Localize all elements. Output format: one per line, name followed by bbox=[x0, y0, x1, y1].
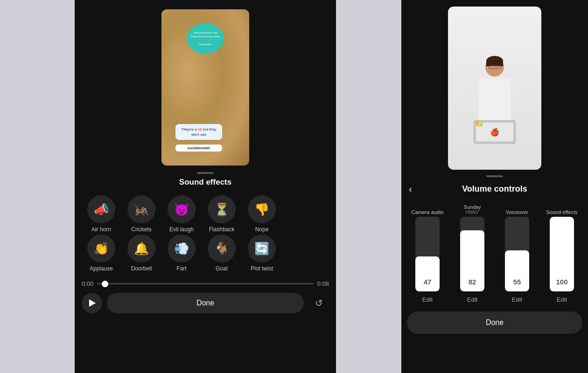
person-figure: 🍎 bbox=[467, 58, 523, 160]
timeline-progress[interactable] bbox=[97, 283, 313, 284]
laptop-sticker bbox=[476, 122, 483, 126]
goat-label: Goat bbox=[216, 265, 228, 272]
effect-evil-laugh[interactable]: 😈 Evil laugh bbox=[164, 195, 199, 233]
effects-row-1: 📣 Air horn 🦗 Crickets 😈 Evil laugh ⏳ Fla… bbox=[84, 195, 327, 233]
effect-flashback[interactable]: ⏳ Flashback bbox=[204, 195, 239, 233]
play-button[interactable] bbox=[82, 293, 102, 313]
sunday-sublabel: HNNY bbox=[466, 210, 479, 215]
volume-col-sound-effects: Sound effects 100 Edit bbox=[541, 202, 582, 303]
doorbell-circle[interactable]: 🔔 bbox=[127, 235, 155, 262]
voiceover-slider-container[interactable]: 55 bbox=[501, 217, 533, 291]
right-video-preview: 🍎 bbox=[448, 7, 541, 170]
left-panel: Analyzing each day keeps the worries awa… bbox=[75, 0, 336, 373]
camera-value: 47 bbox=[415, 278, 440, 286]
timeline-start: 0:00 bbox=[82, 280, 93, 287]
voiceover-track[interactable]: 55 bbox=[505, 217, 529, 291]
effects-row-2: 👏 Applause 🔔 Doorbell 💨 Fart 🐐 Goat 🔄 Pl… bbox=[84, 235, 327, 272]
sound-effects-label: Sound effects bbox=[546, 202, 577, 215]
effect-goat[interactable]: 🐐 Goat bbox=[204, 235, 239, 272]
person-body bbox=[478, 78, 511, 120]
sound-effects-value: 100 bbox=[550, 278, 574, 286]
applause-circle[interactable]: 👏 bbox=[87, 235, 115, 262]
sound-effects-slider-container[interactable]: 100 bbox=[546, 217, 578, 291]
camera-track[interactable]: 47 bbox=[415, 217, 440, 291]
voiceover-edit-button[interactable]: Edit bbox=[512, 296, 522, 303]
flashback-circle[interactable]: ⏳ bbox=[208, 195, 236, 223]
reset-button[interactable]: ↺ bbox=[308, 293, 329, 313]
bottom-controls: Done ↺ bbox=[82, 293, 329, 313]
timeline-scrubber[interactable] bbox=[102, 281, 108, 287]
nope-label: Nope bbox=[255, 226, 269, 233]
volume-col-voiceover: Voiceover 55 Edit bbox=[497, 202, 538, 303]
evil-laugh-label: Evil laugh bbox=[169, 226, 194, 233]
person-head bbox=[485, 58, 504, 76]
voiceover-label: Voiceover bbox=[506, 202, 528, 215]
sound-effects-edit-button[interactable]: Edit bbox=[557, 296, 567, 303]
sound-effects-fill: 100 bbox=[550, 217, 574, 291]
sound-effects-title: Sound effects bbox=[179, 178, 231, 187]
crickets-circle[interactable]: 🦗 bbox=[127, 195, 155, 223]
play-icon bbox=[89, 299, 96, 307]
effect-nope[interactable]: 👎 Nope bbox=[245, 195, 279, 233]
voiceover-value: 55 bbox=[505, 278, 529, 286]
effect-air-horn[interactable]: 📣 Air horn bbox=[84, 195, 119, 233]
air-horn-circle[interactable]: 📣 bbox=[87, 195, 115, 223]
timeline-end: 0:08 bbox=[317, 280, 329, 287]
effect-applause[interactable]: 👏 Applause bbox=[84, 235, 119, 272]
done-button-left[interactable]: Done bbox=[107, 293, 304, 313]
sunday-edit-button[interactable]: Edit bbox=[467, 296, 477, 303]
person-background: 🍎 bbox=[448, 7, 541, 170]
camera-slider-container[interactable]: 47 bbox=[412, 217, 443, 291]
camera-label: Camera audio bbox=[411, 202, 443, 215]
volume-controls-title: Volume controls bbox=[424, 184, 566, 194]
doorbell-label: Doorbell bbox=[131, 265, 152, 272]
person-glasses bbox=[488, 65, 501, 69]
done-button-right[interactable]: Done bbox=[407, 311, 582, 334]
left-video-preview: Analyzing each day keeps the worries awa… bbox=[161, 9, 249, 166]
timeline-track[interactable]: 0:00 0:08 bbox=[82, 280, 329, 287]
effect-crickets[interactable]: 🦗 Crickets bbox=[124, 195, 159, 233]
sunday-value: 82 bbox=[460, 278, 484, 286]
sunday-track[interactable]: 82 bbox=[460, 217, 484, 291]
volume-col-sunday: Sunday HNNY 82 Edit bbox=[452, 202, 493, 303]
crickets-label: Crickets bbox=[131, 226, 151, 233]
cork-background: Analyzing each day keeps the worries awa… bbox=[161, 9, 249, 166]
effect-plot-twist[interactable]: 🔄 Plot twist bbox=[245, 235, 279, 272]
effect-fart[interactable]: 💨 Fart bbox=[164, 235, 199, 272]
nope-circle[interactable]: 👎 bbox=[248, 195, 276, 223]
sticker-logo: socialinsider bbox=[175, 145, 222, 152]
volume-columns: Camera audio 47 Edit Sunday HNNY bbox=[407, 202, 582, 303]
sound-effects-track[interactable]: 100 bbox=[550, 217, 574, 291]
sunday-slider-container[interactable]: 82 bbox=[456, 217, 488, 291]
sunday-fill: 82 bbox=[460, 230, 484, 291]
drag-handle bbox=[197, 172, 214, 174]
plot-twist-label: Plot twist bbox=[251, 265, 273, 272]
plot-twist-circle[interactable]: 🔄 bbox=[248, 235, 276, 262]
right-panel: 🍎 ‹ Volume controls Camera audio 47 bbox=[401, 0, 588, 373]
air-horn-label: Air horn bbox=[91, 226, 111, 233]
apple-logo-icon: 🍎 bbox=[490, 128, 499, 137]
goat-circle[interactable]: 🐐 bbox=[208, 235, 236, 262]
flashback-label: Flashback bbox=[209, 226, 235, 233]
laptop: 🍎 bbox=[474, 120, 516, 144]
evil-laugh-circle[interactable]: 😈 bbox=[168, 195, 196, 223]
volume-controls-area: Camera audio 47 Edit Sunday HNNY bbox=[401, 202, 588, 303]
back-button[interactable]: ‹ bbox=[409, 184, 424, 194]
timeline-bar: 0:00 0:08 bbox=[82, 280, 329, 287]
effects-grid: 📣 Air horn 🦗 Crickets 😈 Evil laugh ⏳ Fla… bbox=[75, 195, 336, 274]
volume-header: ‹ Volume controls bbox=[401, 177, 588, 202]
effect-doorbell[interactable]: 🔔 Doorbell bbox=[124, 235, 159, 272]
fart-circle[interactable]: 💨 bbox=[168, 235, 196, 262]
fart-label: Fart bbox=[176, 265, 186, 272]
volume-col-camera: Camera audio 47 Edit bbox=[407, 202, 448, 303]
voiceover-fill: 55 bbox=[505, 250, 529, 291]
sticker-top: Analyzing each day keeps the worries awa… bbox=[187, 23, 224, 54]
person-hair bbox=[486, 56, 503, 66]
sticker-bottom: They're a 10 but they don't use bbox=[175, 124, 222, 140]
camera-edit-button[interactable]: Edit bbox=[422, 296, 433, 303]
applause-label: Applause bbox=[90, 265, 113, 272]
camera-fill: 47 bbox=[415, 256, 440, 291]
sunday-label: Sunday HNNY bbox=[463, 202, 481, 215]
